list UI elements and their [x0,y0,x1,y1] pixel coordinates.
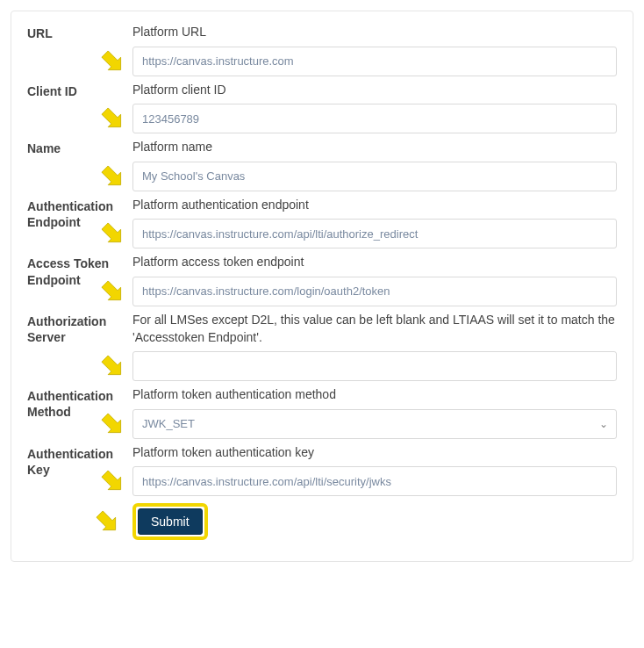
hint-access-token-endpoint: Platform access token endpoint [132,254,617,271]
access-token-endpoint-input[interactable] [132,277,617,306]
pointer-arrow-icon [97,104,127,133]
auth-method-select[interactable]: JWK_SET [132,409,617,439]
hint-auth-endpoint: Platform authentication endpoint [132,197,617,214]
label-url: URL [27,24,132,41]
hint-url: Platform URL [132,24,617,41]
hint-auth-method: Platform token authentication method [132,386,617,404]
label-auth-method: Authentication Method [27,386,132,420]
pointer-arrow-icon [97,351,127,381]
row-authorization-server: Authorization Server For all LMSes excep… [27,312,617,381]
hint-authorization-server: For all LMSes except D2L, this value can… [132,312,617,346]
name-input[interactable] [132,162,617,191]
row-auth-method: Authentication Method Platform token aut… [27,386,617,439]
label-name: Name [27,139,132,156]
label-authorization-server: Authorization Server [27,312,132,345]
row-url: URL Platform URL [27,24,617,76]
row-auth-endpoint: Authentication Endpoint Platform authent… [27,197,617,249]
label-client-id: Client ID [27,82,132,99]
label-access-token-endpoint: Access Token Endpoint [27,254,132,287]
pointer-arrow-icon [97,47,127,76]
auth-key-input[interactable] [132,466,617,496]
authorization-server-input[interactable] [132,351,617,381]
row-auth-key: Authentication Key Platform token authen… [27,444,617,497]
hint-auth-key: Platform token authentication key [132,444,617,462]
submit-button[interactable]: Submit [138,508,203,535]
pointer-arrow-icon [97,162,127,191]
auth-endpoint-input[interactable] [132,219,617,248]
row-access-token-endpoint: Access Token Endpoint Platform access to… [27,254,617,306]
platform-form: URL Platform URL Client ID Platform clie… [11,11,633,562]
hint-name: Platform name [132,139,617,156]
pointer-arrow-icon [92,507,122,536]
label-auth-endpoint: Authentication Endpoint [27,197,132,230]
url-input[interactable] [132,47,617,76]
row-client-id: Client ID Platform client ID [27,82,617,134]
row-submit: Submit [27,503,617,540]
submit-highlight: Submit [132,503,208,540]
row-name: Name Platform name [27,139,617,191]
hint-client-id: Platform client ID [132,82,617,99]
client-id-input[interactable] [132,104,617,133]
label-auth-key: Authentication Key [27,444,132,478]
